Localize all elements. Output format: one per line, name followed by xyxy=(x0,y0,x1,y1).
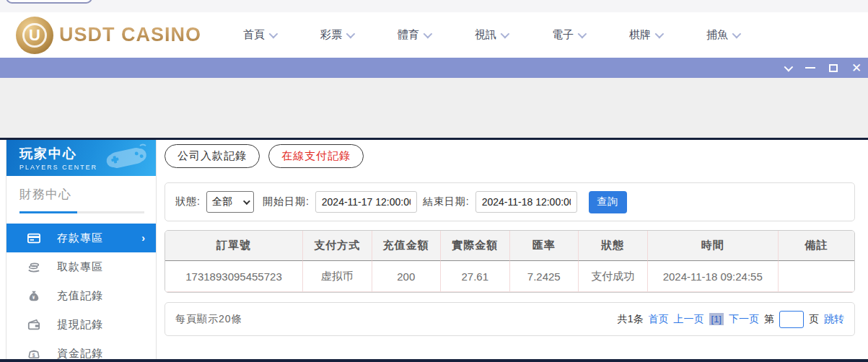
nav-label: 電子 xyxy=(552,28,574,42)
header-exchange-rate: 匯率 xyxy=(510,231,579,261)
main-content: 公司入款記錄 在線支付記錄 狀態: 全部 開始日期: 結束日期: 查詢 訂單號 … xyxy=(165,140,855,336)
pagination-bar: 每頁顯示20條 共1条 首页 上一页 [1] 下一页 第 页 跳转 xyxy=(165,302,855,336)
sidebar-item-withdraw-records[interactable]: 提現記錄 xyxy=(6,310,156,339)
svg-text:$: $ xyxy=(32,353,36,358)
cell-exchange-rate: 7.2425 xyxy=(510,261,579,292)
sidebar-item-label: 存款專區 xyxy=(57,231,103,245)
tab-label: 公司入款記錄 xyxy=(177,149,247,163)
bottom-divider xyxy=(0,359,868,362)
cell-pay-method: 虚拟币 xyxy=(303,261,372,292)
chevron-down-icon xyxy=(655,30,665,39)
chevron-right-icon: › xyxy=(141,232,146,244)
maximize-button[interactable] xyxy=(822,58,845,78)
sidebar-header: 玩家中心 PLAYERS CENTER xyxy=(6,140,156,176)
nav-item-cards[interactable]: 棋牌 xyxy=(629,28,662,42)
minimize-button[interactable] xyxy=(799,58,822,78)
logo-ball-icon: U xyxy=(16,17,53,54)
start-date-label: 開始日期: xyxy=(263,195,310,208)
site-logo[interactable]: U USDT CASINO xyxy=(16,17,201,54)
filter-panel: 狀態: 全部 開始日期: 結束日期: 查詢 xyxy=(165,182,855,221)
chevron-down-icon xyxy=(243,198,250,205)
nav-item-lottery[interactable]: 彩票 xyxy=(320,28,353,42)
end-date-input[interactable] xyxy=(475,191,577,213)
first-page-link[interactable]: 首页 xyxy=(649,313,669,326)
nav-item-live[interactable]: 視訊 xyxy=(475,28,507,42)
nav-item-fishing[interactable]: 捕魚 xyxy=(706,28,739,42)
nav-label: 捕魚 xyxy=(706,28,728,42)
gray-band xyxy=(0,78,868,138)
main-nav: 首頁 彩票 體育 視訊 電子 棋牌 捕魚 xyxy=(243,28,739,42)
nav-label: 體育 xyxy=(398,28,419,42)
end-date-label: 結束日期: xyxy=(423,195,470,208)
tab-online-payment-records[interactable]: 在線支付記錄 xyxy=(268,144,364,168)
nav-label: 棋牌 xyxy=(629,28,651,42)
funds-purse-icon: $ xyxy=(27,346,41,361)
jump-prefix-text: 第 xyxy=(764,313,774,326)
sidebar-item-deposit-zone[interactable]: 存款專區 › xyxy=(6,224,156,252)
nav-item-home[interactable]: 首頁 xyxy=(243,28,276,42)
pagination-controls: 共1条 首页 上一页 [1] 下一页 第 页 跳转 xyxy=(618,311,844,328)
status-select-value: 全部 xyxy=(212,195,232,208)
chevron-down-icon xyxy=(578,30,587,39)
current-page-badge: [1] xyxy=(709,313,724,325)
sidebar-item-label: 取款專區 xyxy=(57,260,103,274)
header-recharge-amount: 充值金額 xyxy=(372,231,442,261)
prev-page-link[interactable]: 上一页 xyxy=(674,313,704,326)
sidebar-menu: 存款專區 › 取款專區 ¥ 充值記錄 提現記錄 xyxy=(6,224,156,362)
sidebar-item-label: 充值記錄 xyxy=(57,289,103,303)
cell-recharge-amount: 200 xyxy=(372,261,442,292)
tab-company-deposit-records[interactable]: 公司入款記錄 xyxy=(165,144,260,168)
status-label: 狀態: xyxy=(175,195,201,208)
window-titlebar: ✕ xyxy=(0,58,868,78)
tab-label: 在線支付記錄 xyxy=(281,149,351,163)
deposit-card-icon xyxy=(27,231,41,245)
sidebar-item-recharge-records[interactable]: ¥ 充值記錄 xyxy=(6,281,156,310)
sidebar-item-label: 提現記錄 xyxy=(57,318,103,332)
titlebar-chevron-button[interactable] xyxy=(776,58,799,78)
nav-item-sports[interactable]: 體育 xyxy=(398,28,430,42)
finance-section-title: 財務中心 xyxy=(19,186,156,203)
cell-time: 2024-11-18 09:24:55 xyxy=(648,261,779,292)
sidebar: 玩家中心 PLAYERS CENTER 財務中心 xyxy=(6,140,157,359)
header-pay-method: 支付方式 xyxy=(303,231,372,261)
nav-item-slots[interactable]: 電子 xyxy=(552,28,584,42)
cell-actual-amount: 27.61 xyxy=(441,261,510,292)
cell-note xyxy=(779,261,854,292)
finance-section: 財務中心 xyxy=(6,176,156,213)
record-tabs: 公司入款記錄 在線支付記錄 xyxy=(165,144,855,168)
chevron-down-icon xyxy=(784,62,793,71)
close-button[interactable]: ✕ xyxy=(845,58,868,78)
header-time: 時間 xyxy=(648,231,779,261)
start-date-input[interactable] xyxy=(315,191,417,213)
header-note: 備註 xyxy=(779,231,854,261)
header-actual-amount: 實際金額 xyxy=(441,231,510,261)
jump-button[interactable]: 跳转 xyxy=(824,313,844,326)
sidebar-item-withdraw-zone[interactable]: 取款專區 xyxy=(6,252,156,281)
top-strip xyxy=(0,0,868,12)
search-button[interactable]: 查詢 xyxy=(589,191,627,213)
logo-monogram: U xyxy=(29,26,40,45)
nav-label: 首頁 xyxy=(243,28,265,42)
header-order-no: 訂單號 xyxy=(165,231,303,261)
cell-order-no: 1731893095455723 xyxy=(165,261,303,292)
page-size-text: 每頁顯示20條 xyxy=(175,313,242,326)
header-status: 狀態 xyxy=(579,231,648,261)
withdraw-hand-icon xyxy=(27,260,41,274)
wallet-icon xyxy=(27,317,41,332)
chevron-down-icon xyxy=(732,30,742,39)
nav-label: 彩票 xyxy=(320,28,342,42)
records-table: 訂單號 支付方式 充值金額 實際金額 匯率 狀態 時間 備註 173189309… xyxy=(165,230,855,293)
logo-text: USDT CASINO xyxy=(59,24,201,46)
nav-label: 視訊 xyxy=(475,28,496,42)
site-header: U USDT CASINO 首頁 彩票 體育 視訊 電子 棋牌 捕魚 xyxy=(0,12,868,58)
jump-page-input[interactable] xyxy=(779,311,804,328)
status-select[interactable]: 全部 xyxy=(206,191,254,213)
maximize-icon xyxy=(829,64,838,72)
chevron-down-icon xyxy=(501,30,510,39)
cutoff-pill-fragment xyxy=(6,0,92,4)
money-bag-icon: ¥ xyxy=(27,288,41,303)
close-icon: ✕ xyxy=(851,62,862,74)
total-count-text: 共1条 xyxy=(618,313,644,326)
finance-underline xyxy=(19,211,144,213)
next-page-link[interactable]: 下一页 xyxy=(729,313,759,326)
